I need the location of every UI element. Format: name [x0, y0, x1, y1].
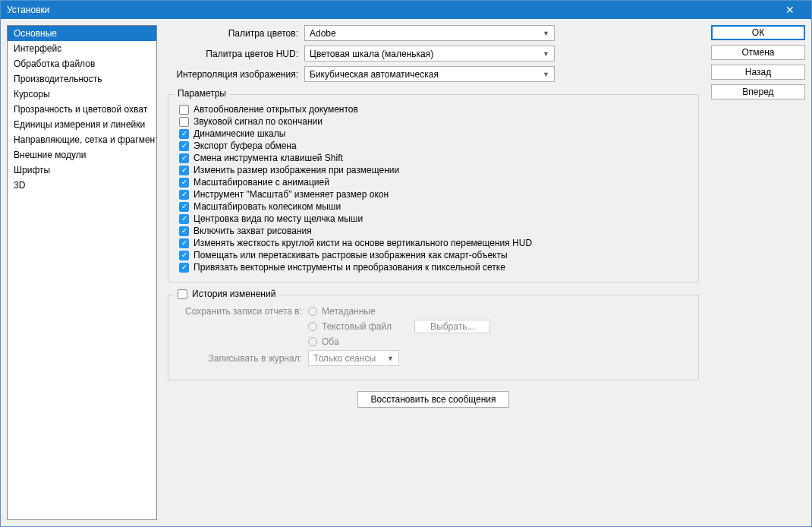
- radio-meta[interactable]: [308, 307, 317, 316]
- checkbox-5[interactable]: [179, 166, 189, 175]
- close-icon[interactable]: ✕: [775, 4, 805, 16]
- sidebar-item-1[interactable]: Интерфейс: [8, 41, 156, 56]
- opt-text: Текстовый файл: [322, 321, 392, 332]
- sidebar-item-10[interactable]: 3D: [8, 178, 156, 193]
- check-row-11: Изменять жесткость круглой кисти на осно…: [179, 238, 691, 248]
- radio-both[interactable]: [308, 337, 317, 346]
- check-label-1: Звуковой сигнал по окончании: [194, 116, 323, 127]
- cancel-button[interactable]: Отмена: [711, 45, 805, 60]
- row-save: Сохранить записи отчета в: Метаданные: [179, 306, 691, 317]
- check-label-9: Центровка вида по месту щелчка мыши: [194, 213, 363, 224]
- check-row-10: Включить захват рисования: [179, 226, 691, 236]
- sidebar-item-8[interactable]: Внешние модули: [8, 147, 156, 163]
- sidebar-item-2[interactable]: Обработка файлов: [8, 56, 156, 71]
- main-panel: Палитра цветов: Adobe ▼ Палитра цветов H…: [157, 19, 705, 526]
- window-title: Установки: [7, 5, 775, 15]
- legend-params: Параметры: [175, 88, 229, 99]
- label-interp: Интерполяция изображения:: [168, 69, 304, 80]
- check-row-6: Масштабирование с анимацией: [179, 177, 691, 188]
- next-button[interactable]: Вперед: [711, 84, 805, 99]
- legend-history: История изменений: [175, 289, 279, 299]
- check-label-8: Масштабировать колесиком мыши: [194, 201, 341, 212]
- legend-history-label: История изменений: [192, 289, 275, 299]
- check-label-11: Изменять жесткость круглой кисти на осно…: [194, 238, 532, 248]
- titlebar: Установки ✕: [1, 1, 811, 19]
- select-value: Только сеансы: [313, 353, 376, 364]
- check-row-0: Автообновление открытых документов: [179, 104, 691, 115]
- content: ОсновныеИнтерфейсОбработка файловПроизво…: [1, 19, 811, 526]
- select-value: Цветовая шкала (маленькая): [310, 49, 433, 59]
- check-row-3: Экспорт буфера обмена: [179, 140, 691, 151]
- check-row-5: Изменить размер изображения при размещен…: [179, 165, 691, 175]
- checkbox-0[interactable]: [179, 105, 189, 115]
- check-row-7: Инструмент "Масштаб" изменяет размер око…: [179, 189, 691, 200]
- sidebar-item-4[interactable]: Курсоры: [8, 87, 156, 102]
- reset-button[interactable]: Восстановить все сообщения: [357, 391, 508, 408]
- check-row-13: Привязать векторные инструменты и преобр…: [179, 262, 691, 273]
- choose-button[interactable]: Выбрать...: [414, 320, 490, 333]
- check-row-8: Масштабировать колесиком мыши: [179, 201, 691, 212]
- chevron-down-icon: ▼: [543, 50, 549, 58]
- check-row-1: Звуковой сигнал по окончании: [179, 116, 691, 127]
- check-label-5: Изменить размер изображения при размещен…: [194, 165, 399, 175]
- checkbox-3[interactable]: [179, 141, 189, 151]
- select-value: Бикубическая автоматическая: [310, 69, 439, 80]
- check-label-12: Помещать или перетаскивать растровые изо…: [194, 250, 508, 260]
- fieldset-params: Параметры Автообновление открытых докуме…: [168, 94, 699, 282]
- check-label-4: Смена инструмента клавишей Shift: [194, 153, 343, 163]
- radio-text[interactable]: [308, 322, 317, 331]
- label-log: Записывать в журнал:: [179, 353, 308, 364]
- row-interp: Интерполяция изображения: Бикубическая а…: [168, 66, 699, 82]
- checkbox-8[interactable]: [179, 202, 189, 212]
- row-hud: Палитра цветов HUD: Цветовая шкала (мале…: [168, 46, 699, 62]
- chevron-down-icon: ▼: [543, 71, 549, 78]
- chevron-down-icon: ▼: [543, 30, 549, 37]
- reset-row: Восстановить все сообщения: [168, 391, 699, 408]
- row-text: Текстовый файл Выбрать...: [179, 320, 691, 333]
- chevron-down-icon: ▼: [387, 355, 394, 362]
- checkbox-9[interactable]: [179, 214, 189, 224]
- checkbox-13[interactable]: [179, 263, 189, 273]
- sidebar-item-9[interactable]: Шрифты: [8, 163, 156, 178]
- check-label-6: Масштабирование с анимацией: [194, 177, 329, 188]
- checkbox-history[interactable]: [178, 289, 187, 299]
- select-hud[interactable]: Цветовая шкала (маленькая) ▼: [304, 46, 555, 62]
- check-row-12: Помещать или перетаскивать растровые изо…: [179, 250, 691, 260]
- label-save: Сохранить записи отчета в:: [179, 306, 308, 317]
- sidebar: ОсновныеИнтерфейсОбработка файловПроизво…: [7, 25, 157, 520]
- row-both: Оба: [179, 336, 691, 347]
- checkbox-10[interactable]: [179, 226, 189, 236]
- check-label-0: Автообновление открытых документов: [194, 104, 358, 115]
- check-label-7: Инструмент "Масштаб" изменяет размер око…: [194, 189, 389, 200]
- sidebar-item-6[interactable]: Единицы измерения и линейки: [8, 117, 156, 132]
- prev-button[interactable]: Назад: [711, 65, 805, 80]
- fieldset-history: История изменений Сохранить записи отчет…: [168, 295, 699, 380]
- checkbox-4[interactable]: [179, 153, 189, 163]
- label-hud: Палитра цветов HUD:: [168, 49, 304, 59]
- select-interp[interactable]: Бикубическая автоматическая ▼: [304, 66, 555, 82]
- check-row-4: Смена инструмента клавишей Shift: [179, 153, 691, 163]
- label-color-picker: Палитра цветов:: [168, 28, 304, 39]
- checkbox-1[interactable]: [179, 117, 189, 127]
- right-buttons: ОК Отмена Назад Вперед: [705, 19, 811, 526]
- check-label-2: Динамические шкалы: [194, 128, 285, 139]
- row-log: Записывать в журнал: Только сеансы ▼: [179, 350, 691, 366]
- checkbox-12[interactable]: [179, 251, 189, 260]
- check-row-9: Центровка вида по месту щелчка мыши: [179, 213, 691, 224]
- sidebar-item-7[interactable]: Направляющие, сетка и фрагменты: [8, 132, 156, 147]
- sidebar-item-0[interactable]: Основные: [8, 26, 156, 41]
- check-label-13: Привязать векторные инструменты и преобр…: [194, 262, 505, 273]
- sidebar-item-3[interactable]: Производительность: [8, 71, 156, 87]
- checkbox-2[interactable]: [179, 129, 189, 139]
- sidebar-item-5[interactable]: Прозрачность и цветовой охват: [8, 102, 156, 117]
- checkbox-7[interactable]: [179, 190, 189, 200]
- select-value: Adobe: [310, 28, 336, 39]
- select-color-picker[interactable]: Adobe ▼: [304, 25, 555, 41]
- checkbox-6[interactable]: [179, 178, 189, 188]
- select-log[interactable]: Только сеансы ▼: [308, 350, 399, 366]
- ok-button[interactable]: ОК: [711, 25, 805, 40]
- opt-meta: Метаданные: [322, 306, 376, 317]
- check-label-3: Экспорт буфера обмена: [194, 140, 297, 151]
- check-label-10: Включить захват рисования: [194, 226, 312, 236]
- checkbox-11[interactable]: [179, 238, 189, 248]
